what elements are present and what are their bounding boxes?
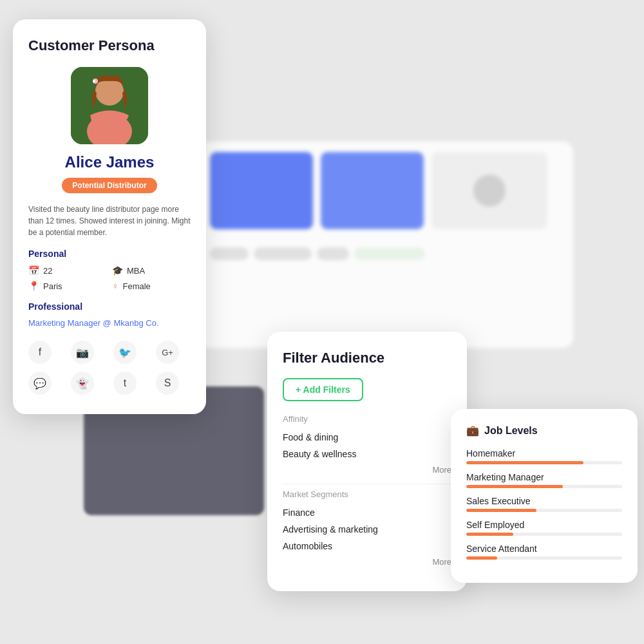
social-icons-grid: f 📷 🐦 G+ 💬 👻 t S <box>28 341 191 395</box>
google-plus-icon[interactable]: G+ <box>156 341 179 364</box>
bg-pill <box>210 247 249 260</box>
jl-self-employed-bar-bg <box>466 533 622 536</box>
whatsapp-icon[interactable]: 💬 <box>28 372 52 395</box>
affinity-section-label: Affinity <box>283 414 451 424</box>
jl-homemaker: Homemaker <box>466 448 622 464</box>
filter-card-title: Filter Audience <box>283 350 451 366</box>
background-card <box>200 142 573 348</box>
job-levels-icon: 💼 <box>466 424 479 437</box>
gender-value: Female <box>123 281 151 291</box>
job-levels-card: 💼 Job Levels Homemaker Marketing Manager… <box>451 409 638 583</box>
jl-self-employed: Self Employed <box>466 520 622 536</box>
jl-homemaker-bar-bg <box>466 461 622 464</box>
jl-marketing-manager: Marketing Manager <box>466 472 622 488</box>
jl-self-employed-bar <box>466 533 513 536</box>
bg-pill <box>254 247 312 260</box>
jl-self-employed-label: Self Employed <box>466 520 622 530</box>
bg-pill <box>317 247 349 260</box>
instagram-icon[interactable]: 📷 <box>71 341 94 364</box>
location-value: Paris <box>43 281 62 291</box>
bg-tile-3 <box>431 152 547 229</box>
market-item-finance[interactable]: Finance <box>283 504 451 521</box>
bg-tile-1 <box>210 152 313 229</box>
persona-avatar-wrapper <box>28 67 191 144</box>
professional-section-label: Professional <box>28 301 191 312</box>
gender-icon: ♀ <box>112 281 119 291</box>
jl-marketing-manager-bar <box>466 485 563 488</box>
jl-marketing-manager-bar-bg <box>466 485 622 488</box>
persona-badge-wrapper: Potential Distributor <box>28 178 191 193</box>
bg-avatar <box>473 175 506 207</box>
market-more[interactable]: More <box>283 557 451 567</box>
jl-homemaker-label: Homemaker <box>466 448 622 459</box>
persona-badge: Potential Distributor <box>62 178 156 193</box>
tumblr-icon[interactable]: t <box>113 372 137 395</box>
jl-service-attendant-bar <box>466 556 497 560</box>
job-levels-label: Job Levels <box>484 425 538 437</box>
jl-homemaker-bar <box>466 461 583 464</box>
market-item-advertising[interactable]: Advertising & marketing <box>283 521 451 538</box>
jl-sales-executive-bar-bg <box>466 509 622 512</box>
svg-point-4 <box>93 80 95 82</box>
market-section-label: Market Segments <box>283 489 451 499</box>
affinity-item-beauty[interactable]: Beauty & wellness <box>283 446 451 462</box>
market-item-automobiles[interactable]: Automobiles <box>283 538 451 554</box>
jl-marketing-manager-label: Marketing Manager <box>466 472 622 482</box>
job-levels-title: 💼 Job Levels <box>466 424 622 437</box>
twitter-icon[interactable]: 🐦 <box>113 341 137 364</box>
persona-avatar <box>71 67 148 144</box>
age-icon: 📅 <box>28 265 39 276</box>
jl-service-attendant-label: Service Attendant <box>466 544 622 554</box>
affinity-item-food[interactable]: Food & dining <box>283 429 451 446</box>
persona-name: Alice James <box>28 153 191 171</box>
jl-sales-executive-bar <box>466 509 536 512</box>
facebook-icon[interactable]: f <box>28 341 52 364</box>
age-item: 📅 22 <box>28 265 107 276</box>
age-value: 22 <box>43 266 52 276</box>
gender-item: ♀ Female <box>112 281 191 291</box>
location-item: 📍 Paris <box>28 281 107 291</box>
jl-service-attendant-bar-bg <box>466 556 622 560</box>
persona-description: Visited the beauty line distributor page… <box>28 204 191 238</box>
filter-divider <box>283 484 451 484</box>
add-filters-button[interactable]: + Add Filters <box>283 378 363 401</box>
education-icon: 🎓 <box>112 265 123 276</box>
skype-icon[interactable]: S <box>156 372 179 395</box>
bg-tile-2 <box>321 152 424 229</box>
education-item: 🎓 MBA <box>112 265 191 276</box>
persona-card: Customer Persona Alice James Potential D… <box>13 19 206 414</box>
job-title: Marketing Manager @ Mkanbg Co. <box>28 318 191 328</box>
snapchat-icon[interactable]: 👻 <box>71 372 94 395</box>
jl-service-attendant: Service Attendant <box>466 544 622 560</box>
personal-section-label: Personal <box>28 249 191 259</box>
location-icon: 📍 <box>28 281 39 291</box>
filter-audience-card: Filter Audience + Add Filters Affinity F… <box>267 332 467 591</box>
jl-sales-executive-label: Sales Executive <box>466 496 622 506</box>
personal-info-grid: 📅 22 🎓 MBA 📍 Paris ♀ Female <box>28 265 191 291</box>
bg-pill <box>354 247 425 260</box>
affinity-more[interactable]: More <box>283 465 451 475</box>
education-value: MBA <box>127 266 145 276</box>
jl-sales-executive: Sales Executive <box>466 496 622 512</box>
persona-card-title: Customer Persona <box>28 37 191 54</box>
